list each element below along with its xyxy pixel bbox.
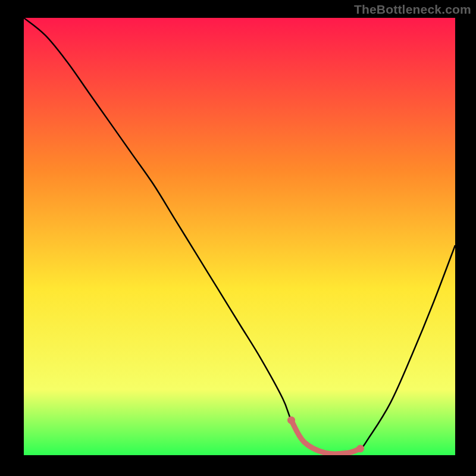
optimal-range-end-dot: [356, 444, 364, 452]
plot-svg: [24, 18, 455, 455]
optimal-range-start-dot: [287, 416, 295, 424]
chart-stage: TheBottleneck.com: [0, 0, 476, 476]
plot-frame: [24, 18, 455, 455]
site-watermark: TheBottleneck.com: [354, 2, 471, 17]
gradient-bg: [24, 18, 455, 455]
